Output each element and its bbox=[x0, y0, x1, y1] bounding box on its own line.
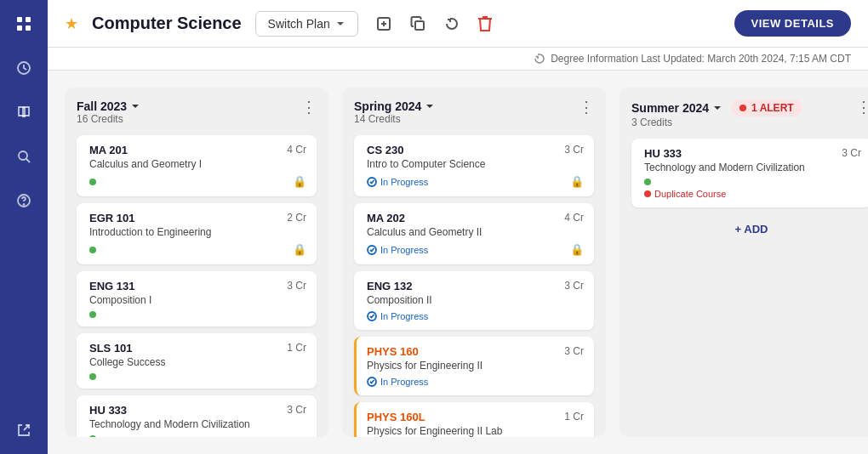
status-dot bbox=[89, 373, 96, 380]
main-content: ★ Computer Science Switch Plan bbox=[48, 0, 868, 454]
course-phys160[interactable]: PHYS 160 3 Cr Physics for Engineering II… bbox=[354, 337, 594, 395]
status-dot bbox=[89, 311, 96, 318]
header: ★ Computer Science Switch Plan bbox=[48, 0, 868, 48]
in-progress-badge: In Progress bbox=[367, 311, 428, 321]
add-plan-button[interactable] bbox=[372, 12, 396, 36]
star-icon[interactable]: ★ bbox=[65, 14, 78, 33]
course-ma202[interactable]: MA 202 4 Cr Calculus and Geometry II In … bbox=[354, 203, 594, 264]
svg-rect-3 bbox=[26, 26, 31, 31]
refresh-small-icon bbox=[534, 53, 545, 65]
copy-button[interactable] bbox=[406, 12, 430, 36]
course-phys160l[interactable]: PHYS 160L 1 Cr Physics for Engineering I… bbox=[354, 402, 594, 437]
course-ma201[interactable]: MA 201 4 Cr Calculus and Geometry I 🔒 bbox=[77, 135, 317, 196]
svg-rect-1 bbox=[26, 17, 31, 22]
info-bar: Degree Information Last Updated: March 2… bbox=[48, 48, 868, 71]
status-dot bbox=[644, 179, 651, 185]
error-dot bbox=[644, 190, 651, 197]
lock-icon: 🔒 bbox=[570, 175, 584, 188]
alert-dot bbox=[740, 105, 746, 111]
chevron-down-icon bbox=[130, 101, 140, 111]
update-info: Degree Information Last Updated: March 2… bbox=[551, 53, 851, 65]
svg-line-6 bbox=[26, 159, 30, 162]
spring-2024-header: Spring 2024 14 Credits ⋮ bbox=[354, 99, 594, 125]
course-eng131[interactable]: ENG 131 3 Cr Composition I bbox=[77, 271, 317, 326]
course-cs230[interactable]: CS 230 3 Cr Intro to Computer Science In… bbox=[354, 135, 594, 196]
course-egr101[interactable]: EGR 101 2 Cr Introduction to Engineering… bbox=[77, 203, 317, 264]
lock-icon: 🔒 bbox=[570, 243, 584, 256]
svg-rect-0 bbox=[17, 17, 22, 22]
page-title: Computer Science bbox=[92, 14, 242, 33]
svg-point-8 bbox=[24, 204, 25, 205]
summer-2024-credits: 3 Credits bbox=[631, 116, 856, 128]
book-icon[interactable] bbox=[10, 99, 37, 126]
fall-2023-header: Fall 2023 16 Credits ⋮ bbox=[77, 99, 317, 125]
alert-badge: 1 ALERT bbox=[731, 99, 802, 116]
in-progress-badge: In Progress bbox=[367, 245, 428, 255]
summer-2024-more-button[interactable]: ⋮ bbox=[856, 99, 868, 115]
summer-2024-title[interactable]: Summer 2024 bbox=[631, 101, 722, 115]
refresh-button[interactable] bbox=[440, 12, 464, 36]
delete-button[interactable] bbox=[474, 12, 496, 36]
fall-2023-credits: 16 Credits bbox=[77, 113, 140, 125]
sidebar bbox=[0, 0, 48, 454]
lock-icon: 🔒 bbox=[293, 243, 306, 256]
switch-plan-button[interactable]: Switch Plan bbox=[255, 11, 358, 37]
header-actions bbox=[372, 12, 496, 36]
course-hu333-fall[interactable]: HU 333 3 Cr Technology and Modern Civili… bbox=[77, 395, 317, 437]
chevron-down-icon bbox=[712, 103, 722, 113]
duplicate-warning: Duplicate Course bbox=[644, 189, 861, 199]
lock-icon: 🔒 bbox=[293, 175, 306, 188]
svg-rect-2 bbox=[17, 26, 22, 31]
grid-icon[interactable] bbox=[10, 10, 37, 37]
course-eng132[interactable]: ENG 132 3 Cr Composition II In Progress bbox=[354, 271, 594, 330]
svg-rect-13 bbox=[415, 21, 424, 30]
summer-2024-header: Summer 2024 1 ALERT 3 Credits ⋮ bbox=[631, 99, 868, 128]
status-dot bbox=[89, 179, 96, 185]
clock-icon[interactable] bbox=[10, 54, 37, 82]
spring-2024-title[interactable]: Spring 2024 bbox=[354, 99, 435, 113]
spring-2024-credits: 14 Credits bbox=[354, 113, 435, 125]
view-details-button[interactable]: VIEW DETAILS bbox=[734, 10, 851, 37]
summer-add-button[interactable]: + ADD bbox=[631, 214, 868, 244]
fall-2023-more-button[interactable]: ⋮ bbox=[301, 99, 317, 115]
chevron-down-icon bbox=[425, 101, 435, 111]
semester-columns: Fall 2023 16 Credits ⋮ MA 201 4 Cr Calcu… bbox=[48, 71, 868, 454]
search-icon[interactable] bbox=[10, 143, 37, 170]
spring-2024-more-button[interactable]: ⋮ bbox=[579, 99, 594, 115]
svg-point-5 bbox=[19, 151, 27, 160]
fall-2023-column: Fall 2023 16 Credits ⋮ MA 201 4 Cr Calcu… bbox=[65, 88, 328, 437]
help-icon[interactable] bbox=[10, 187, 37, 214]
spring-2024-column: Spring 2024 14 Credits ⋮ CS 230 3 Cr Int… bbox=[342, 88, 606, 437]
in-progress-badge: In Progress bbox=[367, 177, 428, 187]
status-dot bbox=[89, 435, 96, 437]
status-dot bbox=[89, 247, 96, 253]
summer-2024-column: Summer 2024 1 ALERT 3 Credits ⋮ HU 333 bbox=[620, 88, 868, 437]
course-hu333-summer[interactable]: HU 333 3 Cr Technology and Modern Civili… bbox=[631, 139, 868, 207]
in-progress-badge: In Progress bbox=[367, 377, 428, 387]
course-sls101[interactable]: SLS 101 1 Cr College Success bbox=[77, 333, 317, 389]
fall-2023-title[interactable]: Fall 2023 bbox=[77, 99, 140, 113]
external-link-icon[interactable] bbox=[10, 417, 37, 444]
